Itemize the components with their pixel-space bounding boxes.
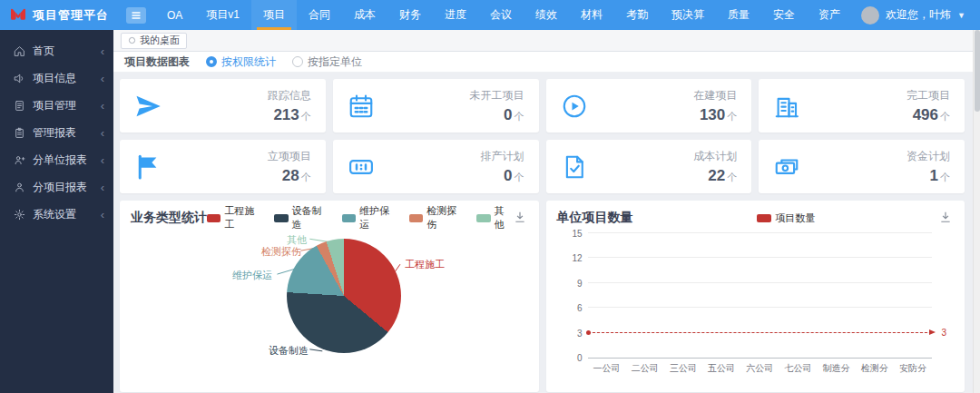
sidebar-item-label: 项目管理 — [33, 98, 93, 113]
y-axis-tick: 0 — [561, 353, 583, 363]
x-axis-label-二公司: 二公司 — [626, 362, 664, 375]
nav-item-合同[interactable]: 合同 — [297, 0, 342, 30]
sidebar-item-label: 首页 — [33, 44, 93, 59]
nav-item-材料[interactable]: 材料 — [569, 0, 614, 30]
stat-card-成本计划[interactable]: 成本计划22个 — [546, 140, 752, 193]
pie-chart-panel: 业务类型统计 工程施工设备制造维护保运检测探伤其他 工程施工设 — [120, 201, 539, 392]
scrollbar[interactable] — [973, 30, 980, 393]
markline-arrow-icon — [929, 329, 936, 335]
stat-card-立项项目[interactable]: 立项项目28个 — [120, 140, 326, 193]
chevron-collapse-icon: ‹ — [101, 73, 104, 84]
nav-item-考勤[interactable]: 考勤 — [614, 0, 660, 30]
filter-label: 项目数据图表 — [124, 54, 190, 70]
pie-circle[interactable] — [287, 239, 401, 353]
stat-value: 0个 — [470, 106, 524, 124]
markline-dot — [586, 330, 591, 335]
person-plus-icon — [14, 154, 25, 166]
pie-chart[interactable]: 工程施工设备制造维护保运检测探伤其他 — [131, 228, 528, 384]
hamburger-menu-icon[interactable] — [126, 7, 146, 24]
stat-value: 213个 — [268, 106, 311, 124]
legend-swatch — [757, 214, 771, 222]
nav-item-安全[interactable]: 安全 — [761, 0, 807, 30]
legend-swatch — [207, 214, 220, 222]
markline-label: 3 — [941, 328, 946, 338]
nav-item-财务[interactable]: 财务 — [387, 0, 433, 30]
pie-slice-label-维护保运: 维护保运 — [232, 269, 272, 282]
chevron-down-icon: ▼ — [957, 11, 965, 20]
download-icon[interactable] — [939, 211, 954, 225]
sidebar-item-分单位报表[interactable]: 分单位报表‹ — [0, 146, 113, 173]
nav-item-项目v1[interactable]: 项目v1 — [194, 0, 251, 30]
user-area[interactable]: 欢迎您，叶炜 ▼ — [861, 6, 980, 25]
stat-value: 496个 — [906, 106, 950, 124]
sidebar-item-label: 项目信息 — [33, 71, 93, 86]
filter-row: 项目数据图表 按权限统计按指定单位 — [113, 52, 973, 73]
nav-item-OA[interactable]: OA — [155, 0, 194, 30]
nav-item-绩效[interactable]: 绩效 — [524, 0, 569, 30]
radio-label: 按权限统计 — [221, 54, 276, 70]
stat-label: 跟踪信息 — [268, 88, 311, 103]
radio-label: 按指定单位 — [308, 54, 362, 70]
pie-slice-label-其他: 其他 — [287, 233, 307, 247]
nav-item-预决算[interactable]: 预决算 — [660, 0, 716, 30]
download-icon[interactable] — [514, 211, 528, 225]
bar-chart[interactable]: 036912153 一公司二公司三公司五公司六公司七公司制造分检测分安防分 — [557, 228, 955, 384]
stat-value: 1个 — [906, 167, 950, 185]
stat-label: 排产计划 — [481, 149, 524, 164]
legend-swatch — [409, 214, 423, 222]
pie-chart-title: 业务类型统计 — [131, 210, 207, 226]
sidebar-item-项目管理[interactable]: 项目管理‹ — [0, 92, 113, 119]
markline-average: 3 — [588, 332, 933, 333]
stat-card-跟踪信息[interactable]: 跟踪信息213个 — [120, 79, 326, 133]
sidebar: 首页‹项目信息‹项目管理‹管理报表‹分单位报表‹分项目报表‹系统设置‹ — [0, 30, 113, 393]
calendar-icon — [348, 93, 375, 120]
stat-cards: 跟踪信息213个未开工项目0个在建项目130个完工项目496个立项项目28个排产… — [120, 79, 965, 193]
y-axis-tick: 9 — [561, 278, 583, 288]
radio-dot-icon — [292, 56, 303, 67]
nav-item-质量[interactable]: 质量 — [716, 0, 761, 30]
stat-card-完工项目[interactable]: 完工项目496个 — [759, 79, 965, 133]
nav-item-进度[interactable]: 进度 — [433, 0, 478, 30]
stat-card-排产计划[interactable]: 排产计划0个 — [333, 140, 539, 193]
sidebar-item-分项目报表[interactable]: 分项目报表‹ — [0, 173, 113, 201]
stat-value: 130个 — [693, 106, 737, 124]
chevron-collapse-icon: ‹ — [101, 127, 104, 139]
chevron-collapse-icon: ‹ — [101, 209, 104, 221]
nav-item-成本[interactable]: 成本 — [342, 0, 387, 30]
legend-item-项目数量[interactable]: 项目数量 — [757, 211, 815, 225]
stat-card-在建项目[interactable]: 在建项目130个 — [546, 79, 752, 133]
sidebar-item-label: 分单位报表 — [33, 152, 93, 168]
flag-icon — [134, 153, 162, 181]
avatar[interactable] — [861, 6, 879, 25]
nav-item-项目[interactable]: 项目 — [251, 0, 297, 30]
welcome-text: 欢迎您，叶炜 — [886, 7, 951, 23]
app-header: 项目管理平台 OA项目v1项目合同成本财务进度会议绩效材料考勤预决算质量安全资产… — [0, 0, 980, 30]
nav-item-会议[interactable]: 会议 — [478, 0, 524, 30]
main-area: 我的桌面 项目数据图表 按权限统计按指定单位 跟踪信息213个未开工项目0个在建… — [113, 30, 973, 393]
x-axis-label-检测分: 检测分 — [856, 362, 894, 375]
sidebar-item-首页[interactable]: 首页‹ — [0, 37, 113, 64]
home-icon — [14, 45, 25, 57]
tab-my-desktop[interactable]: 我的桌面 — [121, 33, 187, 49]
sidebar-item-管理报表[interactable]: 管理报表‹ — [0, 119, 113, 146]
radio-按权限统计[interactable]: 按权限统计 — [206, 54, 276, 70]
stat-label: 在建项目 — [693, 88, 737, 103]
stat-card-未开工项目[interactable]: 未开工项目0个 — [333, 79, 539, 133]
sidebar-item-项目信息[interactable]: 项目信息‹ — [0, 64, 113, 92]
play-circle-icon — [561, 93, 588, 120]
speaker-icon — [14, 73, 25, 84]
x-axis-label-一公司: 一公司 — [588, 362, 626, 375]
stat-card-资金计划[interactable]: 资金计划1个 — [759, 140, 965, 193]
pie-slice-label-设备制造: 设备制造 — [269, 344, 309, 358]
clipboard-icon — [14, 127, 25, 139]
radio-group: 按权限统计按指定单位 — [206, 54, 362, 70]
radio-按指定单位[interactable]: 按指定单位 — [292, 54, 362, 70]
stat-label: 完工项目 — [906, 88, 950, 103]
y-axis-tick: 6 — [561, 303, 583, 313]
nav-item-资产[interactable]: 资产 — [807, 0, 852, 30]
sidebar-item-系统设置[interactable]: 系统设置‹ — [0, 201, 113, 228]
paper-plane-icon — [134, 93, 162, 120]
scrollbar-thumb[interactable] — [975, 30, 980, 112]
stat-label: 立项项目 — [268, 149, 311, 164]
app-logo-icon — [9, 8, 27, 23]
